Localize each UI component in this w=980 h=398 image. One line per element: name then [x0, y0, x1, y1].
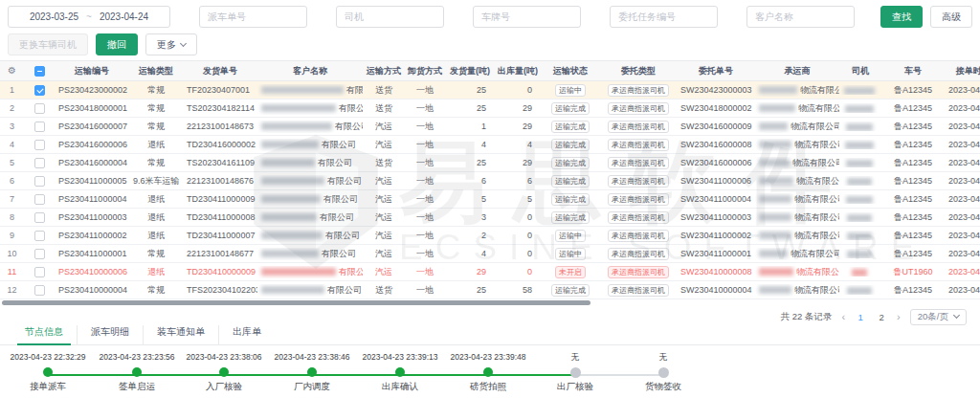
- cell-ship_no: TD230411000009: [183, 194, 257, 204]
- table-row[interactable]: 2PS230418000001常规TS202304182114有限公司送货一地2…: [0, 100, 980, 118]
- driver-redacted: [845, 142, 874, 149]
- horizontal-scrollbar[interactable]: [0, 299, 980, 306]
- row-checkbox[interactable]: [34, 85, 45, 96]
- table-header-cell: 运输编号: [55, 65, 129, 77]
- table-row[interactable]: 1PS230423000002常规TF20230407001有限公司送货一地25…: [0, 81, 980, 100]
- tab-dispatch-detail[interactable]: 派车明细: [77, 325, 143, 344]
- cell-ctype: 承运商指派司机: [600, 139, 677, 151]
- row-checkbox[interactable]: [34, 176, 45, 187]
- cell-vehicle: 鲁UT1960: [881, 266, 945, 278]
- timeline-node[interactable]: 2023-04-23 23:39:13出库确认: [350, 352, 450, 398]
- date-range-picker[interactable]: 2023-03-25 ~ 2023-04-24: [8, 6, 170, 28]
- driver-input[interactable]: [336, 6, 444, 28]
- page-2[interactable]: 2: [876, 312, 887, 322]
- table-row[interactable]: 10PS230411000001常规22123100148677有限公司汽运一地…: [0, 245, 980, 263]
- cell-type: 常规: [129, 284, 183, 297]
- timeline-node[interactable]: 2023-04-23 23:23:56签单启运: [87, 352, 187, 398]
- table-row[interactable]: 9PS230411000002退纸TD230411000007有限公司汽运一地2…: [0, 227, 980, 245]
- row-checkbox[interactable]: [34, 285, 45, 296]
- cell-receive: 2023-04-1: [945, 176, 980, 186]
- row-checkbox[interactable]: [34, 249, 45, 259]
- cell-customer: 有限公司: [257, 266, 363, 278]
- cell-qty: 4: [445, 140, 495, 149]
- table-row[interactable]: 7PS230411000004退纸TD230411000009有限公司汽运一地5…: [0, 190, 980, 209]
- timeline-node[interactable]: 2023-04-23 23:38:46厂内调度: [262, 352, 362, 398]
- row-checkbox[interactable]: [34, 194, 45, 205]
- timeline-node[interactable]: 无出厂核验: [525, 352, 625, 393]
- page-size-select[interactable]: 20条/页: [910, 309, 967, 325]
- cell-qty: 5: [445, 194, 495, 204]
- next-page-icon[interactable]: ›: [897, 311, 901, 322]
- cell-no: 4: [0, 140, 24, 149]
- row-checkbox[interactable]: [34, 103, 45, 114]
- plate-no-input[interactable]: [473, 6, 581, 28]
- scrollbar-thumb[interactable]: [2, 300, 590, 305]
- tab-node-info[interactable]: 节点信息: [11, 325, 77, 344]
- customer-redacted: [261, 195, 321, 203]
- withdraw-button[interactable]: 撤回: [96, 33, 138, 55]
- more-button[interactable]: 更多: [145, 33, 197, 55]
- cell-mode: 汽运: [363, 193, 405, 206]
- prev-page-icon[interactable]: ‹: [841, 311, 845, 322]
- row-checkbox[interactable]: [34, 122, 45, 132]
- cell-receive: 2023-04-1: [945, 122, 980, 131]
- cell-qty: 1: [445, 122, 495, 131]
- cell-cb: [24, 158, 55, 168]
- row-checkbox[interactable]: [34, 231, 45, 241]
- date-start[interactable]: 2023-03-25: [30, 11, 78, 22]
- commission-task-no-input[interactable]: [610, 6, 718, 28]
- timeline-node[interactable]: 无货物签收: [613, 352, 713, 393]
- cell-ctype: 承运商指派司机: [600, 248, 677, 260]
- row-checkbox[interactable]: [34, 140, 45, 150]
- row-checkbox[interactable]: [34, 158, 45, 168]
- table-row[interactable]: 11PS230410000006退纸TD230410000009有限公司汽运一地…: [0, 263, 980, 281]
- customer-name-input[interactable]: [746, 6, 855, 28]
- table-row[interactable]: 5PS230416000004常规TS202304161109有限公司送货一地2…: [0, 154, 980, 172]
- commission-type-badge: 承运商指派司机: [608, 175, 669, 188]
- carrier-redacted: [759, 286, 791, 294]
- table-header-row: ⚙运输编号运输类型发货单号客户名称运输方式卸货方式发货量(吨)出库量(吨)运输状…: [0, 60, 980, 81]
- select-all-checkbox[interactable]: [34, 66, 45, 77]
- cell-receive: 2023-04-1: [945, 194, 980, 204]
- timeline-node[interactable]: 2023-04-23 23:38:06入厂核验: [174, 352, 274, 398]
- table-row[interactable]: 8PS230411000003退纸TD230411000008有限公司汽运一地3…: [0, 209, 980, 227]
- date-end[interactable]: 2023-04-24: [100, 11, 148, 22]
- cell-mode: 汽运: [363, 230, 405, 242]
- timeline-node[interactable]: 2023-04-23 22:32:29接单派车: [0, 352, 98, 398]
- table-header-cell: 接单时间: [945, 65, 980, 77]
- table-header-cell: 卸货方式: [405, 65, 445, 77]
- settings-gear-icon[interactable]: ⚙: [8, 66, 16, 76]
- status-badge: 运输完成: [551, 211, 590, 224]
- page-size-value: 20条/页: [918, 311, 948, 323]
- table-row[interactable]: 6PS2304110000059.6米车运输22123100148676有限公司…: [0, 172, 980, 190]
- page-1[interactable]: 1: [855, 312, 866, 322]
- row-checkbox[interactable]: [34, 267, 45, 277]
- timeline-node[interactable]: 2023-04-23 23:39:48磅货拍照: [438, 352, 538, 398]
- tab-loading-notice[interactable]: 装车通知单: [143, 325, 218, 344]
- cell-type: 退纸: [129, 193, 183, 206]
- cell-commission_no: SW230416000006: [677, 158, 755, 167]
- cell-vehicle: 鲁A12345: [881, 121, 945, 133]
- dispatch-no-input[interactable]: [199, 6, 307, 28]
- cell-mode: 汽运: [363, 139, 405, 151]
- table-row[interactable]: 12PS230410000004常规TFS202304102203有限公司送货一…: [0, 281, 980, 299]
- cell-driver: [839, 122, 881, 131]
- carrier-redacted: [759, 141, 791, 148]
- cell-ctype: 承运商指派司机: [600, 284, 677, 297]
- cell-receive: 2023-04-1: [945, 231, 980, 240]
- search-button[interactable]: 查找: [880, 6, 923, 28]
- advanced-button[interactable]: 高级: [930, 6, 972, 28]
- driver-redacted: [847, 178, 872, 186]
- table-row[interactable]: 3PS230416000007常规22123100148673有限公司汽运一地1…: [0, 118, 980, 136]
- tab-outbound-order[interactable]: 出库单: [218, 325, 275, 344]
- carrier-suffix: 物流有限公司: [794, 194, 839, 204]
- cell-vehicle: 鲁A12345: [881, 84, 945, 97]
- cell-transport_no: PS230411000001: [55, 249, 129, 258]
- change-vehicle-driver-button[interactable]: 更换车辆司机: [8, 33, 88, 55]
- cell-unload: 一地: [405, 121, 445, 133]
- node-timeline: 2023-04-23 22:32:29接单派车2023-04-23 23:23:…: [0, 348, 980, 398]
- customer-suffix: 有限公司: [322, 140, 356, 149]
- table-row[interactable]: 4PS230416000006退纸TD230416000002有限公司汽运一地4…: [0, 136, 980, 154]
- row-checkbox[interactable]: [34, 212, 45, 223]
- cell-no: 3: [0, 122, 24, 131]
